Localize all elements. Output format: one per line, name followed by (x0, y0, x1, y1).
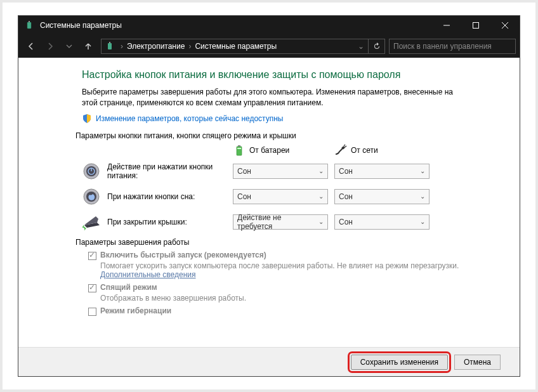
column-battery: От батареи (233, 144, 334, 157)
window: Системные параметры › Электропитание › С… (18, 15, 520, 377)
sleep-checkbox[interactable] (88, 284, 96, 292)
svg-line-12 (344, 145, 345, 146)
titlebar: Системные параметры (18, 16, 520, 35)
chevron-down-icon: ⌄ (318, 167, 324, 174)
battery-icon (233, 144, 246, 157)
power-button-icon (82, 162, 100, 180)
chevron-down-icon: ⌄ (318, 193, 324, 200)
svg-rect-7 (109, 42, 110, 43)
footer: Сохранить изменения Отмена (18, 347, 520, 376)
chevron-down-icon: ⌄ (318, 218, 324, 225)
fast-startup-label: Включить быстрый запуск (рекомендуется) (100, 251, 266, 259)
navbar: › Электропитание › Системные параметры ⌄… (18, 35, 520, 58)
refresh-button[interactable] (368, 39, 384, 53)
search-placeholder: Поиск в панели управления (393, 42, 492, 51)
search-input[interactable]: Поиск в панели управления (389, 39, 516, 54)
minimize-button[interactable] (432, 16, 461, 35)
option-label: Действие при нажатии кнопки питания: (107, 162, 233, 180)
option-label: При нажатии кнопки сна: (107, 192, 233, 201)
save-button[interactable]: Сохранить изменения (351, 355, 448, 370)
svg-rect-0 (27, 22, 31, 29)
close-button[interactable] (490, 16, 520, 35)
back-button[interactable] (22, 37, 40, 55)
svg-rect-10 (237, 148, 241, 149)
option-row-power-button: Действие при нажатии кнопки питания: Сон… (82, 162, 463, 181)
power-options-icon (105, 41, 115, 51)
svg-rect-3 (473, 23, 479, 29)
unlock-settings-link[interactable]: Изменение параметров, которые сейчас нед… (96, 114, 284, 123)
hibernate-label: Режим гибернации (100, 306, 171, 315)
option-label: При закрытии крышки: (107, 218, 233, 226)
fast-startup-checkbox[interactable] (88, 252, 96, 260)
sleep-button-battery-select[interactable]: Сон⌄ (233, 189, 328, 204)
content-area: Настройка кнопок питания и включение защ… (18, 58, 520, 347)
plug-icon (334, 144, 347, 157)
window-title: Системные параметры (40, 21, 432, 30)
cancel-button[interactable]: Отмена (454, 355, 501, 370)
address-bar[interactable]: › Электропитание › Системные параметры ⌄ (101, 39, 385, 54)
power-button-ac-select[interactable]: Сон⌄ (334, 164, 430, 179)
page-title: Настройка кнопок питания и включение защ… (82, 69, 463, 81)
option-row-sleep-button: При нажатии кнопки сна: Сон⌄ Сон⌄ (82, 187, 463, 206)
sleep-button-ac-select[interactable]: Сон⌄ (334, 189, 430, 204)
svg-rect-1 (29, 21, 30, 22)
section-heading: Параметры кнопки питания, кнопки спящего… (75, 131, 463, 140)
chevron-down-icon: ⌄ (420, 218, 425, 225)
sleep-label: Спящий режим (100, 283, 157, 292)
chevron-down-icon: ⌄ (420, 193, 425, 200)
sleep-button-icon (82, 188, 100, 206)
power-options-icon (25, 20, 35, 30)
page-description: Выберите параметры завершения работы для… (82, 87, 463, 108)
recent-dropdown[interactable] (60, 37, 78, 55)
section-heading: Параметры завершения работы (75, 238, 463, 247)
chevron-down-icon: ⌄ (420, 167, 425, 174)
fast-startup-description: Помогает ускорить запуск компьютера посл… (100, 261, 463, 279)
sleep-description: Отображать в меню завершения работы. (100, 294, 463, 303)
breadcrumb-item[interactable]: Электропитание (124, 42, 187, 51)
learn-more-link[interactable]: Дополнительные сведения (100, 270, 195, 279)
power-button-battery-select[interactable]: Сон⌄ (233, 164, 328, 179)
chevron-down-icon[interactable]: ⌄ (357, 42, 368, 51)
svg-rect-9 (238, 145, 240, 147)
svg-rect-6 (108, 43, 112, 49)
option-row-lid-close: При закрытии крышки: Действие не требует… (82, 212, 463, 232)
up-button[interactable] (79, 37, 97, 55)
shield-icon (82, 114, 92, 124)
chevron-right-icon: › (187, 42, 192, 51)
column-ac: От сети (334, 144, 436, 157)
forward-button[interactable] (41, 37, 59, 55)
maximize-button[interactable] (461, 16, 490, 35)
svg-line-13 (345, 146, 346, 147)
lid-ac-select[interactable]: Сон⌄ (334, 214, 430, 230)
laptop-lid-icon (82, 214, 101, 230)
breadcrumb-item[interactable]: Системные параметры (192, 42, 279, 51)
chevron-right-icon: › (119, 42, 124, 51)
lid-battery-select[interactable]: Действие не требуется⌄ (233, 214, 328, 230)
hibernate-checkbox[interactable] (88, 308, 96, 316)
